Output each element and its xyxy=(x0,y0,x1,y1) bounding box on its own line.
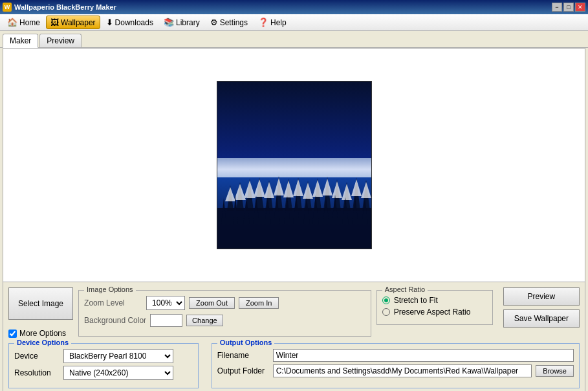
stretch-label: Stretch to Fit xyxy=(394,296,438,305)
menu-wallpaper[interactable]: 🖼 Wallpaper xyxy=(46,16,100,29)
menu-help-label: Help xyxy=(270,18,287,27)
device-row: Device BlackBerry Pearl 8100 BlackBerry … xyxy=(14,349,193,363)
filename-input[interactable] xyxy=(273,349,574,362)
aspect-ratio-group: Aspect Ratio Stretch to Fit Preserve Asp… xyxy=(376,290,493,325)
title-bar: W Wallpaperio BlackBerry Maker − □ ✕ xyxy=(0,0,588,14)
resolution-label: Resolution xyxy=(14,368,60,377)
folder-input[interactable] xyxy=(273,364,532,377)
aspect-ratio-title: Aspect Ratio xyxy=(382,285,428,293)
bg-color-box[interactable] xyxy=(150,314,182,327)
more-options-label[interactable]: More Options xyxy=(19,329,66,338)
app-title: Wallpaperio BlackBerry Maker xyxy=(14,3,116,11)
options-row: Select Image More Options Image Options … xyxy=(8,287,580,338)
preserve-radio[interactable] xyxy=(382,308,390,316)
menu-settings[interactable]: ⚙ Settings xyxy=(206,16,252,29)
app-icon: W xyxy=(3,3,12,12)
more-options-checkbox[interactable] xyxy=(8,330,17,338)
zoom-level-label: Zoom Level xyxy=(84,298,142,307)
resolution-select[interactable]: Native (240x260) 320x240 480x320 xyxy=(63,366,173,380)
menu-home[interactable]: 🏠 Home xyxy=(3,16,45,29)
wallpaper-icon: 🖼 xyxy=(50,17,59,27)
library-icon: 📚 xyxy=(164,17,174,27)
zoom-out-button[interactable]: Zoom Out xyxy=(189,297,235,309)
bg-color-row: Background Color Change xyxy=(84,314,365,327)
filename-row: Filename xyxy=(217,349,574,362)
zoom-level-select[interactable]: 100% 50% 75% 125% 150% xyxy=(146,296,185,310)
output-options-title: Output Options xyxy=(217,339,275,346)
help-icon: ❓ xyxy=(258,17,268,27)
menu-library[interactable]: 📚 Library xyxy=(159,16,204,29)
select-image-button[interactable]: Select Image xyxy=(8,287,73,320)
maximize-button[interactable]: □ xyxy=(563,3,574,12)
menu-downloads[interactable]: ⬇ Downloads xyxy=(102,16,158,29)
stretch-radio-row[interactable]: Stretch to Fit xyxy=(382,296,487,305)
image-area xyxy=(3,49,585,282)
action-buttons: Preview Save Wallpaper xyxy=(503,287,580,328)
folder-row: Output Folder Browse xyxy=(217,364,574,377)
main-content: Select Image More Options Image Options … xyxy=(3,48,585,391)
resolution-row: Resolution Native (240x260) 320x240 480x… xyxy=(14,366,193,380)
home-icon: 🏠 xyxy=(7,17,17,27)
menu-downloads-label: Downloads xyxy=(115,18,153,27)
image-options-group: Image Options Zoom Level 100% 50% 75% 12… xyxy=(78,290,371,337)
menu-settings-label: Settings xyxy=(220,18,248,27)
menu-wallpaper-label: Wallpaper xyxy=(61,18,96,27)
device-options-title: Device Options xyxy=(14,339,71,346)
tab-maker[interactable]: Maker xyxy=(3,34,38,48)
preview-image xyxy=(217,81,372,249)
device-output-section: Device Options Device BlackBerry Pearl 8… xyxy=(8,343,580,388)
stretch-radio[interactable] xyxy=(382,296,390,304)
menu-bar: 🏠 Home 🖼 Wallpaper ⬇ Downloads 📚 Library… xyxy=(0,14,588,31)
minimize-button[interactable]: − xyxy=(552,3,562,12)
output-options-group: Output Options Filename Output Folder Br… xyxy=(212,343,580,388)
filename-label: Filename xyxy=(217,351,269,360)
save-wallpaper-button[interactable]: Save Wallpaper xyxy=(503,309,580,328)
menu-home-label: Home xyxy=(19,18,40,27)
tab-bar: Maker Preview xyxy=(0,31,588,48)
browse-button[interactable]: Browse xyxy=(536,365,574,377)
bg-color-label: Background Color xyxy=(84,316,146,325)
svg-rect-1 xyxy=(217,158,372,181)
downloads-icon: ⬇ xyxy=(106,17,113,27)
device-label: Device xyxy=(14,352,60,361)
zoom-in-button[interactable]: Zoom In xyxy=(239,297,279,309)
menu-help[interactable]: ❓ Help xyxy=(254,16,291,29)
menu-library-label: Library xyxy=(176,18,200,27)
preserve-label: Preserve Aspect Ratio xyxy=(394,307,471,317)
preview-button[interactable]: Preview xyxy=(503,287,580,306)
folder-label: Output Folder xyxy=(217,366,269,375)
settings-icon: ⚙ xyxy=(210,17,218,27)
tab-preview[interactable]: Preview xyxy=(39,34,82,47)
stretch-radio-inner xyxy=(384,298,388,302)
change-color-button[interactable]: Change xyxy=(186,315,223,326)
bottom-bar: Select Image More Options Image Options … xyxy=(3,282,585,391)
forest-svg xyxy=(217,82,372,249)
device-select[interactable]: BlackBerry Pearl 8100 BlackBerry Bold 97… xyxy=(63,349,173,363)
zoom-level-row: Zoom Level 100% 50% 75% 125% 150% Zoom O… xyxy=(84,296,365,310)
close-button[interactable]: ✕ xyxy=(575,3,585,12)
more-options-row: More Options xyxy=(8,329,73,338)
device-options-group: Device Options Device BlackBerry Pearl 8… xyxy=(8,343,199,388)
preserve-radio-row[interactable]: Preserve Aspect Ratio xyxy=(382,307,487,317)
image-options-title: Image Options xyxy=(84,285,136,293)
